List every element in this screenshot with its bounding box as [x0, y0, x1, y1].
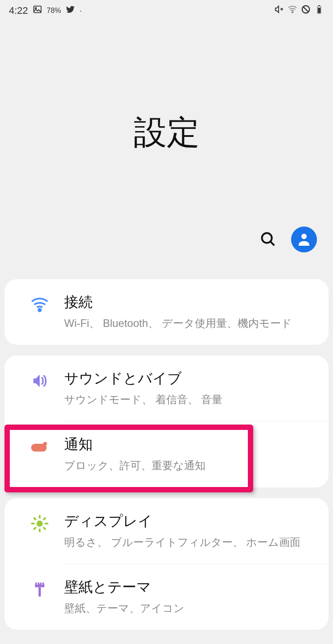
do-not-disturb-icon: [301, 4, 311, 17]
mute-vibrate-icon: [274, 4, 284, 17]
svg-line-20: [44, 528, 45, 529]
settings-item-display[interactable]: ディスプレイ 明るさ、 ブルーライトフィルター、 ホーム画面: [4, 498, 329, 564]
action-row: [0, 227, 333, 252]
card-display-wallpaper: ディスプレイ 明るさ、 ブルーライトフィルター、 ホーム画面 壁紙とテーマ 壁紙…: [4, 498, 329, 630]
picture-icon: [33, 4, 42, 17]
battery-icon: [314, 4, 324, 17]
item-sub: ブロック、許可、重要な通知: [64, 457, 318, 474]
svg-rect-6: [318, 5, 320, 6]
svg-line-4: [303, 7, 309, 12]
svg-point-10: [301, 234, 307, 239]
header-large: 設定: [0, 21, 333, 227]
sun-icon: [30, 514, 49, 535]
card-connections: 接続 Wi-Fi、 Bluetooth、 データ使用量、機内モード: [4, 279, 329, 345]
search-button[interactable]: [258, 230, 278, 249]
item-title: サウンドとバイブ: [64, 369, 318, 388]
more-dot-icon: ·: [80, 6, 82, 16]
account-button[interactable]: [291, 227, 317, 252]
item-title: 通知: [64, 435, 318, 454]
wifi-icon: [288, 4, 297, 17]
wifi-icon: [30, 295, 49, 316]
svg-line-22: [44, 518, 45, 519]
person-icon: [296, 231, 312, 248]
svg-rect-7: [318, 8, 321, 13]
item-title: 接続: [64, 293, 318, 312]
svg-line-21: [34, 528, 36, 529]
svg-point-11: [38, 309, 41, 311]
paintbrush-icon: [30, 580, 49, 601]
page-title: 設定: [0, 111, 333, 155]
twitter-icon: [66, 4, 75, 17]
item-sub: サウンドモード、 着信音、 音量: [64, 391, 318, 408]
settings-item-connections[interactable]: 接続 Wi-Fi、 Bluetooth、 データ使用量、機内モード: [4, 279, 329, 345]
status-bar: 4:22 78% ·: [0, 0, 333, 21]
search-icon: [259, 231, 276, 249]
svg-point-2: [292, 12, 293, 13]
item-title: ディスプレイ: [64, 512, 318, 531]
status-time: 4:22: [9, 5, 28, 17]
settings-item-sound[interactable]: サウンドとバイブ サウンドモード、 着信音、 音量: [4, 355, 329, 421]
status-battery-pct: 78%: [47, 7, 61, 15]
svg-point-1: [35, 8, 37, 9]
card-sound-notifications: サウンドとバイブ サウンドモード、 着信音、 音量 通知 ブロック、許可、重要な…: [4, 355, 329, 487]
svg-line-19: [34, 518, 36, 519]
svg-line-9: [271, 242, 274, 245]
item-sub: 壁紙、テーマ、アイコン: [64, 600, 318, 616]
svg-point-14: [37, 520, 43, 527]
item-title: 壁紙とテーマ: [64, 578, 318, 597]
item-sub: 明るさ、 ブルーライトフィルター、 ホーム画面: [64, 534, 318, 550]
settings-item-wallpaper[interactable]: 壁紙とテーマ 壁紙、テーマ、アイコン: [4, 564, 329, 630]
status-right: [274, 4, 324, 17]
sound-icon: [30, 372, 49, 392]
settings-item-notifications[interactable]: 通知 ブロック、許可、重要な通知: [4, 421, 329, 487]
svg-point-13: [43, 442, 47, 446]
item-sub: Wi-Fi、 Bluetooth、 データ使用量、機内モード: [64, 315, 318, 331]
svg-point-8: [262, 233, 272, 243]
svg-rect-23: [38, 587, 41, 597]
status-left: 4:22 78% ·: [9, 4, 82, 17]
notification-toggle-icon: [30, 438, 49, 458]
